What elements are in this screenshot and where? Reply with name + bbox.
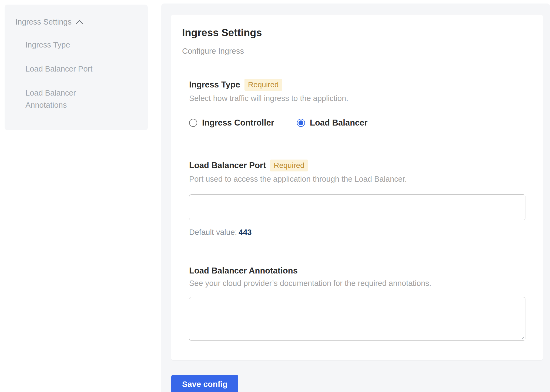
field-heading-load-balancer-port: Load Balancer Port Required bbox=[189, 160, 532, 171]
radio-label: Ingress Controller bbox=[202, 118, 274, 128]
default-value: 443 bbox=[239, 228, 251, 236]
ingress-type-radio-group: Ingress Controller Load Balancer bbox=[189, 118, 532, 128]
radio-label: Load Balancer bbox=[310, 118, 368, 128]
default-value-label: Default value: bbox=[189, 228, 237, 236]
save-config-button[interactable]: Save config bbox=[171, 375, 238, 392]
annotations-textarea-wrap bbox=[189, 297, 525, 341]
radio-option-ingress-controller[interactable]: Ingress Controller bbox=[189, 118, 274, 128]
field-heading-load-balancer-annotations: Load Balancer Annotations bbox=[189, 266, 532, 276]
page-layout: Ingress Settings Ingress Type Load Balan… bbox=[0, 0, 550, 392]
field-group-load-balancer-annotations: Load Balancer Annotations See your cloud… bbox=[189, 266, 532, 341]
field-group-load-balancer-port: Load Balancer Port Required Port used to… bbox=[189, 160, 532, 237]
field-label-ingress-type: Ingress Type bbox=[189, 80, 240, 90]
sidebar-item-ingress-type[interactable]: Ingress Type bbox=[25, 39, 117, 51]
sidebar-group-ingress-settings[interactable]: Ingress Settings bbox=[15, 18, 137, 26]
field-help-ingress-type: Select how traffic will ingress to the a… bbox=[189, 94, 532, 103]
load-balancer-port-input[interactable] bbox=[189, 194, 525, 220]
field-group-ingress-type: Ingress Type Required Select how traffic… bbox=[189, 79, 532, 103]
sidebar-group-label: Ingress Settings bbox=[15, 18, 72, 26]
field-help-load-balancer-annotations: See your cloud provider’s documentation … bbox=[189, 279, 532, 288]
page-title: Ingress Settings bbox=[182, 27, 532, 39]
required-badge: Required bbox=[270, 160, 308, 171]
field-help-load-balancer-port: Port used to access the application thro… bbox=[189, 175, 532, 184]
page-subtitle: Configure Ingress bbox=[182, 47, 532, 56]
load-balancer-annotations-textarea[interactable] bbox=[189, 297, 525, 341]
field-heading-ingress-type: Ingress Type Required bbox=[189, 79, 532, 91]
radio-icon[interactable] bbox=[297, 119, 305, 127]
field-label-load-balancer-port: Load Balancer Port bbox=[189, 161, 266, 170]
sidebar-item-load-balancer-port[interactable]: Load Balancer Port bbox=[25, 63, 117, 75]
sidebar-nav-items: Ingress Type Load Balancer Port Load Bal… bbox=[25, 39, 137, 111]
radio-icon[interactable] bbox=[189, 119, 197, 127]
field-label-load-balancer-annotations: Load Balancer Annotations bbox=[189, 266, 298, 276]
required-badge: Required bbox=[244, 79, 282, 91]
ingress-settings-card: Ingress Settings Configure Ingress Ingre… bbox=[171, 15, 543, 360]
settings-sidebar: Ingress Settings Ingress Type Load Balan… bbox=[5, 5, 148, 130]
chevron-up-icon[interactable] bbox=[76, 20, 83, 24]
radio-option-load-balancer[interactable]: Load Balancer bbox=[297, 118, 368, 128]
default-value-line: Default value:443 bbox=[189, 228, 532, 237]
sidebar-item-load-balancer-annotations[interactable]: Load Balancer Annotations bbox=[25, 87, 117, 111]
config-main-panel: Ingress Settings Configure Ingress Ingre… bbox=[161, 4, 550, 392]
